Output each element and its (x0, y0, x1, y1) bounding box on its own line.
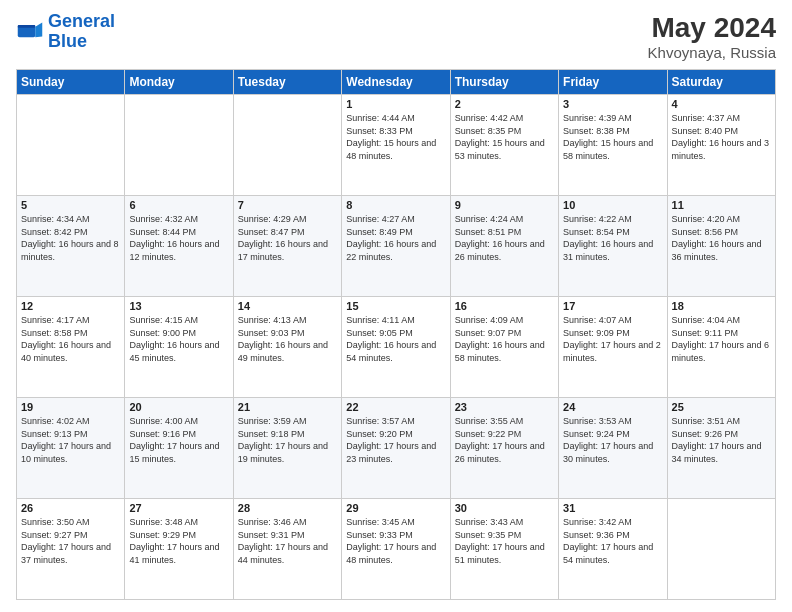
day-number: 17 (563, 300, 662, 312)
daylight-text: Daylight: 17 hours and 19 minutes. (238, 440, 337, 465)
daylight-text: Daylight: 17 hours and 51 minutes. (455, 541, 554, 566)
day-cell: 12Sunrise: 4:17 AMSunset: 8:58 PMDayligh… (17, 297, 125, 398)
sunrise-text: Sunrise: 3:55 AM (455, 415, 554, 428)
day-info: Sunrise: 4:27 AMSunset: 8:49 PMDaylight:… (346, 213, 445, 263)
sunset-text: Sunset: 8:58 PM (21, 327, 120, 340)
day-cell: 20Sunrise: 4:00 AMSunset: 9:16 PMDayligh… (125, 398, 233, 499)
day-cell: 2Sunrise: 4:42 AMSunset: 8:35 PMDaylight… (450, 95, 558, 196)
day-number: 10 (563, 199, 662, 211)
sunset-text: Sunset: 8:56 PM (672, 226, 771, 239)
day-cell: 22Sunrise: 3:57 AMSunset: 9:20 PMDayligh… (342, 398, 450, 499)
daylight-text: Daylight: 15 hours and 48 minutes. (346, 137, 445, 162)
weekday-header-sunday: Sunday (17, 70, 125, 95)
weekday-header-friday: Friday (559, 70, 667, 95)
daylight-text: Daylight: 16 hours and 12 minutes. (129, 238, 228, 263)
header: General Blue May 2024 Khvoynaya, Russia (16, 12, 776, 61)
location: Khvoynaya, Russia (648, 44, 776, 61)
day-number: 11 (672, 199, 771, 211)
sunset-text: Sunset: 9:35 PM (455, 529, 554, 542)
day-info: Sunrise: 3:55 AMSunset: 9:22 PMDaylight:… (455, 415, 554, 465)
svg-marker-1 (35, 22, 42, 37)
sunrise-text: Sunrise: 3:59 AM (238, 415, 337, 428)
day-info: Sunrise: 3:51 AMSunset: 9:26 PMDaylight:… (672, 415, 771, 465)
sunrise-text: Sunrise: 4:00 AM (129, 415, 228, 428)
weekday-header-saturday: Saturday (667, 70, 775, 95)
day-info: Sunrise: 4:44 AMSunset: 8:33 PMDaylight:… (346, 112, 445, 162)
calendar-table: SundayMondayTuesdayWednesdayThursdayFrid… (16, 69, 776, 600)
week-row-2: 12Sunrise: 4:17 AMSunset: 8:58 PMDayligh… (17, 297, 776, 398)
sunset-text: Sunset: 9:20 PM (346, 428, 445, 441)
sunset-text: Sunset: 9:24 PM (563, 428, 662, 441)
daylight-text: Daylight: 16 hours and 54 minutes. (346, 339, 445, 364)
sunset-text: Sunset: 9:05 PM (346, 327, 445, 340)
daylight-text: Daylight: 17 hours and 41 minutes. (129, 541, 228, 566)
daylight-text: Daylight: 16 hours and 40 minutes. (21, 339, 120, 364)
weekday-header-tuesday: Tuesday (233, 70, 341, 95)
daylight-text: Daylight: 17 hours and 34 minutes. (672, 440, 771, 465)
day-cell: 14Sunrise: 4:13 AMSunset: 9:03 PMDayligh… (233, 297, 341, 398)
sunset-text: Sunset: 8:49 PM (346, 226, 445, 239)
day-info: Sunrise: 3:46 AMSunset: 9:31 PMDaylight:… (238, 516, 337, 566)
sunrise-text: Sunrise: 3:53 AM (563, 415, 662, 428)
day-info: Sunrise: 3:59 AMSunset: 9:18 PMDaylight:… (238, 415, 337, 465)
day-info: Sunrise: 4:11 AMSunset: 9:05 PMDaylight:… (346, 314, 445, 364)
daylight-text: Daylight: 15 hours and 58 minutes. (563, 137, 662, 162)
sunset-text: Sunset: 8:44 PM (129, 226, 228, 239)
day-number: 31 (563, 502, 662, 514)
sunset-text: Sunset: 8:42 PM (21, 226, 120, 239)
daylight-text: Daylight: 16 hours and 49 minutes. (238, 339, 337, 364)
day-number: 9 (455, 199, 554, 211)
sunrise-text: Sunrise: 4:44 AM (346, 112, 445, 125)
day-info: Sunrise: 4:24 AMSunset: 8:51 PMDaylight:… (455, 213, 554, 263)
day-cell: 30Sunrise: 3:43 AMSunset: 9:35 PMDayligh… (450, 499, 558, 600)
day-info: Sunrise: 3:57 AMSunset: 9:20 PMDaylight:… (346, 415, 445, 465)
sunset-text: Sunset: 8:35 PM (455, 125, 554, 138)
day-cell: 11Sunrise: 4:20 AMSunset: 8:56 PMDayligh… (667, 196, 775, 297)
day-info: Sunrise: 4:22 AMSunset: 8:54 PMDaylight:… (563, 213, 662, 263)
day-info: Sunrise: 4:13 AMSunset: 9:03 PMDaylight:… (238, 314, 337, 364)
daylight-text: Daylight: 17 hours and 44 minutes. (238, 541, 337, 566)
daylight-text: Daylight: 16 hours and 8 minutes. (21, 238, 120, 263)
day-number: 21 (238, 401, 337, 413)
day-info: Sunrise: 4:20 AMSunset: 8:56 PMDaylight:… (672, 213, 771, 263)
page: General Blue May 2024 Khvoynaya, Russia … (0, 0, 792, 612)
sunrise-text: Sunrise: 4:13 AM (238, 314, 337, 327)
daylight-text: Daylight: 16 hours and 45 minutes. (129, 339, 228, 364)
day-cell: 31Sunrise: 3:42 AMSunset: 9:36 PMDayligh… (559, 499, 667, 600)
daylight-text: Daylight: 16 hours and 26 minutes. (455, 238, 554, 263)
sunrise-text: Sunrise: 4:20 AM (672, 213, 771, 226)
sunrise-text: Sunrise: 4:04 AM (672, 314, 771, 327)
logo-text: General Blue (48, 12, 115, 52)
day-cell: 16Sunrise: 4:09 AMSunset: 9:07 PMDayligh… (450, 297, 558, 398)
day-cell: 29Sunrise: 3:45 AMSunset: 9:33 PMDayligh… (342, 499, 450, 600)
sunrise-text: Sunrise: 3:45 AM (346, 516, 445, 529)
daylight-text: Daylight: 16 hours and 36 minutes. (672, 238, 771, 263)
daylight-text: Daylight: 17 hours and 54 minutes. (563, 541, 662, 566)
weekday-header-thursday: Thursday (450, 70, 558, 95)
day-cell: 24Sunrise: 3:53 AMSunset: 9:24 PMDayligh… (559, 398, 667, 499)
daylight-text: Daylight: 16 hours and 17 minutes. (238, 238, 337, 263)
day-info: Sunrise: 4:42 AMSunset: 8:35 PMDaylight:… (455, 112, 554, 162)
day-number: 12 (21, 300, 120, 312)
day-cell: 21Sunrise: 3:59 AMSunset: 9:18 PMDayligh… (233, 398, 341, 499)
day-cell: 6Sunrise: 4:32 AMSunset: 8:44 PMDaylight… (125, 196, 233, 297)
sunrise-text: Sunrise: 3:42 AM (563, 516, 662, 529)
day-cell: 28Sunrise: 3:46 AMSunset: 9:31 PMDayligh… (233, 499, 341, 600)
logo-blue: Blue (48, 31, 87, 51)
daylight-text: Daylight: 16 hours and 31 minutes. (563, 238, 662, 263)
weekday-header-monday: Monday (125, 70, 233, 95)
day-number: 27 (129, 502, 228, 514)
day-number: 19 (21, 401, 120, 413)
sunset-text: Sunset: 9:03 PM (238, 327, 337, 340)
sunset-text: Sunset: 8:51 PM (455, 226, 554, 239)
day-cell: 25Sunrise: 3:51 AMSunset: 9:26 PMDayligh… (667, 398, 775, 499)
sunrise-text: Sunrise: 3:51 AM (672, 415, 771, 428)
day-number: 28 (238, 502, 337, 514)
logo-general: General (48, 11, 115, 31)
sunset-text: Sunset: 9:11 PM (672, 327, 771, 340)
day-cell: 18Sunrise: 4:04 AMSunset: 9:11 PMDayligh… (667, 297, 775, 398)
day-info: Sunrise: 4:02 AMSunset: 9:13 PMDaylight:… (21, 415, 120, 465)
sunset-text: Sunset: 8:40 PM (672, 125, 771, 138)
sunrise-text: Sunrise: 4:24 AM (455, 213, 554, 226)
month-year: May 2024 (648, 12, 776, 44)
